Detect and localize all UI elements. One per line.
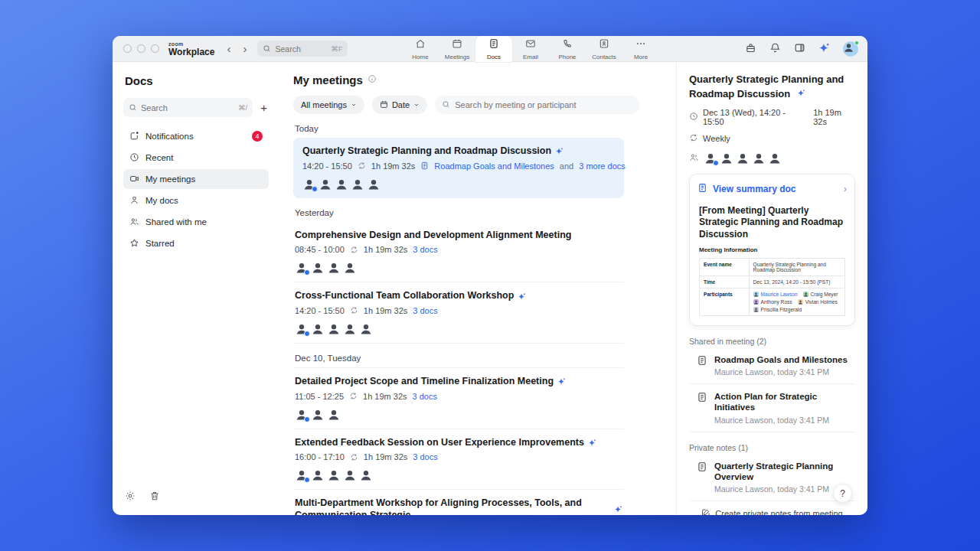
meeting-row[interactable]: Extended Feedback Session on User Experi… [293,429,624,490]
doc-meta: Maurice Lawson, today 3:41 PM [714,367,848,377]
meeting-meta: 11:05 - 12:251h 19m 32s3 docs [295,392,622,401]
back-button[interactable]: ‹ [227,43,230,54]
meeting-time: 16:00 - 17:10 [295,452,345,461]
meeting-info-table: Event nameQuarterly Strategic Planning a… [699,258,845,316]
sidebar-item-my-meetings[interactable]: My meetings [123,169,269,189]
docs-count-link[interactable]: 3 docs [413,452,437,461]
meeting-row[interactable]: Comprehensive Design and Development Ali… [293,222,624,282]
my-meetings-main: My meetings All meetings Date Today [278,62,676,515]
minimize-window-button[interactable] [137,44,145,53]
participant-avatar [335,177,348,191]
ai-companion-icon[interactable] [818,42,830,57]
user-avatar[interactable] [843,41,858,57]
sidebar-item-shared-with-me[interactable]: Shared with me [123,212,269,232]
section-label: Dec 10, Tuesday [295,354,624,363]
notifications-bell-icon[interactable] [769,42,781,57]
notifications-badge: 4 [252,131,263,142]
meeting-time: 14:20 - 15:50 [295,306,345,315]
participant-avatar [311,468,325,481]
meeting-time: 08:45 - 10:00 [295,245,345,254]
help-button[interactable]: ? [833,484,852,503]
meeting-duration: 1h 19m 32s [371,161,415,171]
doc-meta: Maurice Lawson, today 3:41 PM [714,416,855,425]
chevron-right-icon: › [844,183,847,194]
sidebar-search-input[interactable] [141,103,202,112]
sidebar-item-recent[interactable]: Recent [123,148,269,168]
participant-avatar [327,468,341,481]
sidebar-search[interactable]: ⌘/ [123,98,253,117]
recurrence-icon [349,392,358,400]
global-search[interactable]: ⌘F [257,41,348,57]
docs-count-link[interactable]: 3 docs [413,392,437,401]
sidebar-item-my-docs[interactable]: My docs [123,191,269,210]
panel-avatars [704,151,782,165]
meeting-info-heading: Meeting Information [699,246,845,253]
info-icon[interactable] [368,73,377,86]
tab-meetings[interactable]: Meetings [439,36,475,62]
trash-icon[interactable] [149,491,160,504]
meeting-title: Extended Feedback Session on User Experi… [295,437,622,449]
doc-title: Roadmap Goals and Milestones [714,354,848,365]
maximize-window-button[interactable] [151,44,159,53]
doc-title: Quarterly Strategic Planning Overview [714,461,855,483]
tab-docs[interactable]: Docs [475,36,512,62]
settings-gear-icon[interactable] [125,491,136,504]
new-doc-button[interactable]: + [259,100,269,115]
doc-list-item[interactable]: Action Plan for Strategic InitiativesMau… [689,384,855,432]
meeting-row[interactable]: Multi-Department Workshop for Aligning P… [293,490,624,515]
more-docs-link[interactable]: 3 more docs [579,161,626,171]
participant-avatar [311,260,325,274]
sidebar-item-notifications[interactable]: Notifications 4 [123,126,269,146]
participant-avatar [359,321,373,335]
meeting-meta: 14:20 - 15:501h 19m 32s3 docs [295,306,622,315]
workspaces-icon[interactable] [745,42,756,57]
meeting-row[interactable]: Quarterly Strategic Planning and Roadmap… [293,138,624,198]
search-icon [442,98,450,112]
meeting-row[interactable]: Cross-Functional Team Collaboration Work… [293,282,624,343]
participant-avatar [318,177,332,191]
docs-sidebar: Docs ⌘/ + Notifications 4 Recent M [113,62,278,515]
docs-count-link[interactable]: 3 docs [413,245,437,254]
tab-phone[interactable]: Phone [549,36,586,62]
tab-contacts[interactable]: Contacts [586,36,622,62]
tab-home[interactable]: Home [402,36,439,62]
contacts-icon [599,38,609,52]
forward-button[interactable]: › [243,43,247,54]
panel-meeting-title: Quarterly Strategic Planning and Roadmap… [689,73,844,99]
ai-sparkle-icon [797,89,805,97]
doc-list-item[interactable]: Quarterly Strategic Planning OverviewMau… [689,454,855,502]
brand-workplace: Workplace [168,47,214,57]
meeting-search[interactable] [435,96,640,114]
summary-doc-card[interactable]: View summary doc › [From Meeting] Quarte… [689,174,855,326]
side-panel-icon[interactable] [794,42,805,57]
participant-avatar [295,468,309,481]
star-icon [129,238,139,249]
ai-sparkle-icon [588,439,596,447]
brand-zoom: zoom [168,41,214,47]
tab-more[interactable]: More [622,36,659,62]
participant-avatar [311,321,325,335]
titlebar: zoom Workplace ‹ › ⌘F Home Meetings Docs [113,36,867,62]
summary-doc-preview[interactable]: [From Meeting] Quarterly Strategic Plann… [697,204,847,316]
participant-avatar [311,407,325,421]
participant-avatar [295,260,309,274]
meeting-row[interactable]: Detailed Project Scope and Timeline Fina… [293,368,624,429]
host-badge [713,160,719,166]
meeting-search-input[interactable] [455,100,633,109]
sidebar-item-starred[interactable]: Starred [123,233,269,253]
meeting-title: Multi-Department Workshop for Aligning P… [295,497,622,515]
info-value: Quarterly Strategic Planning and Roadmap… [749,258,844,276]
create-private-notes-button[interactable]: Create private notes from meeting [689,501,855,515]
doc-link[interactable]: Roadmap Goals and Milestones [434,161,554,171]
docs-count-link[interactable]: 3 docs [413,306,437,315]
date-filter-dropdown[interactable]: Date [372,96,427,114]
view-summary-doc-button[interactable]: View summary doc › [697,182,847,196]
tab-email[interactable]: Email [512,36,549,62]
search-icon [129,101,137,115]
meetings-filter-dropdown[interactable]: All meetings [293,96,364,114]
close-window-button[interactable] [123,44,132,53]
doc-list-item[interactable]: Roadmap Goals and MilestonesMaurice Laws… [689,347,855,384]
global-search-input[interactable] [275,44,321,54]
meeting-avatars [295,468,622,481]
meeting-detail-panel: Quarterly Strategic Planning and Roadmap… [676,62,867,515]
